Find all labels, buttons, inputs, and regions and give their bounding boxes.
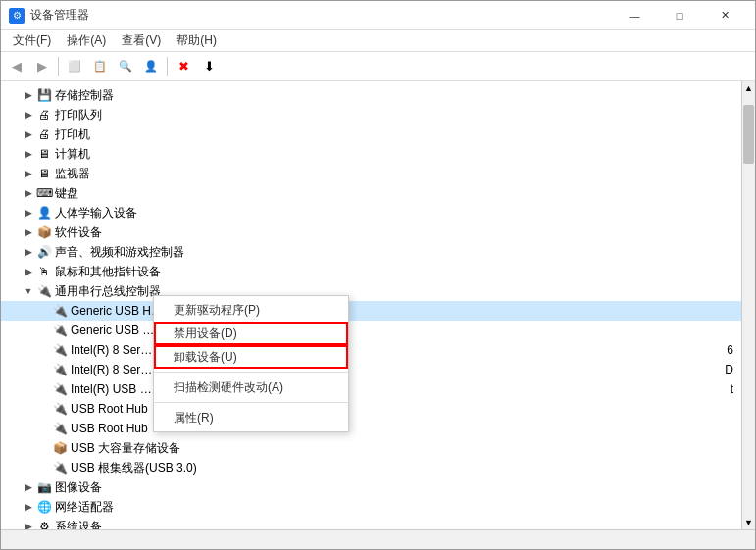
- network-label: 网络适配器: [55, 499, 114, 516]
- window-icon: ⚙: [9, 8, 25, 24]
- scroll-up-button[interactable]: ▲: [742, 81, 756, 95]
- title-bar: ⚙ 设备管理器 — □ ✕: [1, 1, 755, 30]
- usb-h1-label: Generic USB H…: [71, 304, 163, 318]
- expand-mouse[interactable]: ▶: [21, 264, 36, 279]
- vertical-scrollbar[interactable]: ▲ ▼: [741, 81, 755, 529]
- ctx-update-driver-label: 更新驱动程序(P): [174, 302, 260, 319]
- tree-item-intel-usb[interactable]: 🔌 Intel(R) USB … t: [1, 379, 741, 399]
- menu-view[interactable]: 查看(V): [114, 30, 169, 51]
- expand-keyboard[interactable]: ▶: [21, 185, 36, 201]
- menu-file[interactable]: 文件(F): [5, 30, 59, 51]
- tree-panel[interactable]: ▶ 💾 存储控制器 ▶ 🖨 打印队列 ▶ 🖨 打印机 ▶ 🖥 计算机 ▶: [1, 81, 741, 529]
- tree-item-monitor[interactable]: ▶ 🖥 监视器: [1, 164, 741, 183]
- scan-button[interactable]: 🔍: [114, 56, 137, 77]
- expand-hid[interactable]: ▶: [21, 205, 36, 221]
- expand-network[interactable]: ▶: [21, 499, 36, 515]
- intel-2-label: Intel(R) 8 Ser…: [71, 363, 152, 376]
- no-expand-5: [36, 381, 52, 397]
- ctx-uninstall-device-label: 卸载设备(U): [174, 349, 237, 366]
- tree-item-usb-root-3[interactable]: 🔌 USB 根集线器(USB 3.0): [1, 458, 741, 477]
- ctx-uninstall-device[interactable]: 卸载设备(U): [154, 345, 348, 369]
- expand-imaging[interactable]: ▶: [21, 479, 36, 495]
- back-button[interactable]: ◀: [5, 56, 28, 77]
- ctx-properties-label: 属性(R): [174, 410, 214, 426]
- usb-mass-label: USB 大容量存储设备: [71, 440, 180, 457]
- tree-item-generic-usb-h1[interactable]: 🔌 Generic USB H…: [1, 301, 741, 321]
- computer-icon: 🖥: [36, 146, 52, 162]
- printer-icon: 🖨: [36, 126, 52, 142]
- expand-software[interactable]: ▶: [21, 225, 36, 240]
- software-label: 软件设备: [55, 225, 102, 241]
- usb-root-1-icon: 🔌: [52, 401, 68, 417]
- close-button[interactable]: ✕: [702, 1, 747, 30]
- tree-item-print-queue[interactable]: ▶ 🖨 打印队列: [1, 105, 741, 125]
- imaging-icon: 📷: [36, 479, 52, 495]
- expand-usb[interactable]: ▼: [21, 283, 36, 299]
- system-label: 系统设备: [55, 519, 102, 530]
- ctx-scan-hardware[interactable]: 扫描检测硬件改动(A): [154, 375, 348, 399]
- audio-label: 声音、视频和游戏控制器: [55, 244, 184, 261]
- keyboard-icon: ⌨: [36, 185, 52, 201]
- tree-item-intel-ser-1[interactable]: 🔌 Intel(R) 8 Ser… 6: [1, 340, 741, 360]
- maximize-button[interactable]: □: [657, 1, 702, 30]
- menu-help[interactable]: 帮助(H): [169, 30, 225, 51]
- tree-item-usb-root-2[interactable]: 🔌 USB Root Hub: [1, 419, 741, 438]
- menu-action[interactable]: 操作(A): [59, 30, 114, 51]
- mouse-icon: 🖱: [36, 264, 52, 279]
- toolbar: ◀ ▶ ⬜ 📋 🔍 👤 ✖ ⬇: [1, 52, 755, 81]
- imaging-label: 图像设备: [55, 479, 102, 496]
- expand-print-queue[interactable]: ▶: [21, 107, 36, 123]
- window-title: 设备管理器: [30, 7, 89, 24]
- printer-label: 打印机: [55, 126, 90, 143]
- expand-monitor[interactable]: ▶: [21, 166, 36, 181]
- scroll-track[interactable]: [742, 95, 755, 516]
- tree-item-imaging[interactable]: ▶ 📷 图像设备: [1, 477, 741, 497]
- minimize-button[interactable]: —: [612, 1, 657, 30]
- tree-item-hid[interactable]: ▶ 👤 人体学输入设备: [1, 203, 741, 223]
- scroll-down-button[interactable]: ▼: [742, 516, 756, 529]
- usb-root-3-label: USB 根集线器(USB 3.0): [71, 460, 197, 476]
- tree-item-system[interactable]: ▶ ⚙ 系统设备: [1, 517, 741, 529]
- expand-computer[interactable]: ▶: [21, 146, 36, 162]
- expand-printer[interactable]: ▶: [21, 126, 36, 142]
- tree-item-software[interactable]: ▶ 📦 软件设备: [1, 223, 741, 242]
- expand-audio[interactable]: ▶: [21, 244, 36, 260]
- usb-h2-label: Generic USB …: [71, 324, 154, 337]
- tree-item-intel-ser-2[interactable]: 🔌 Intel(R) 8 Ser… D: [1, 360, 741, 379]
- tree-item-usb-controller[interactable]: ▼ 🔌 通用串行总线控制器: [1, 281, 741, 301]
- uninstall-button[interactable]: ⬇: [197, 56, 221, 77]
- tree-item-audio[interactable]: ▶ 🔊 声音、视频和游戏控制器: [1, 242, 741, 262]
- tree-item-keyboard[interactable]: ▶ ⌨ 键盘: [1, 183, 741, 203]
- intel-1-icon: 🔌: [52, 342, 68, 358]
- disable-button[interactable]: ✖: [172, 56, 195, 77]
- tree-item-usb-mass[interactable]: 📦 USB 大容量存储设备: [1, 438, 741, 458]
- hid-icon: 👤: [36, 205, 52, 221]
- tree-item-usb-root-1[interactable]: 🔌 USB Root Hub: [1, 399, 741, 419]
- forward-button[interactable]: ▶: [30, 56, 54, 77]
- tree-item-mouse[interactable]: ▶ 🖱 鼠标和其他指针设备: [1, 262, 741, 281]
- expand-storage[interactable]: ▶: [21, 87, 36, 103]
- intel-1-suffix: 6: [727, 343, 741, 357]
- tree-item-computer[interactable]: ▶ 🖥 计算机: [1, 144, 741, 164]
- print-queue-label: 打印队列: [55, 107, 102, 124]
- intel-usb-icon: 🔌: [52, 381, 68, 397]
- tree-item-network[interactable]: ▶ 🌐 网络适配器: [1, 497, 741, 517]
- show-button[interactable]: 👤: [139, 56, 163, 77]
- monitor-label: 监视器: [55, 166, 90, 182]
- expand-system[interactable]: ▶: [21, 519, 36, 529]
- storage-label: 存储控制器: [55, 87, 114, 104]
- properties-button[interactable]: ⬜: [63, 56, 86, 77]
- tree-item-generic-usb-h2[interactable]: 🔌 Generic USB …: [1, 321, 741, 340]
- ctx-update-driver[interactable]: 更新驱动程序(P): [154, 298, 348, 322]
- tree-item-storage[interactable]: ▶ 💾 存储控制器: [1, 85, 741, 105]
- ctx-disable-device[interactable]: 禁用设备(D): [154, 322, 348, 345]
- intel-2-suffix: D: [725, 363, 741, 376]
- scroll-thumb[interactable]: [743, 105, 754, 164]
- tree-item-printer[interactable]: ▶ 🖨 打印机: [1, 125, 741, 144]
- no-expand-6: [36, 401, 52, 417]
- update-button[interactable]: 📋: [88, 56, 112, 77]
- ctx-properties[interactable]: 属性(R): [154, 406, 348, 429]
- usb-root-2-icon: 🔌: [52, 421, 68, 436]
- usb-controller-icon: 🔌: [36, 283, 52, 299]
- print-queue-icon: 🖨: [36, 107, 52, 123]
